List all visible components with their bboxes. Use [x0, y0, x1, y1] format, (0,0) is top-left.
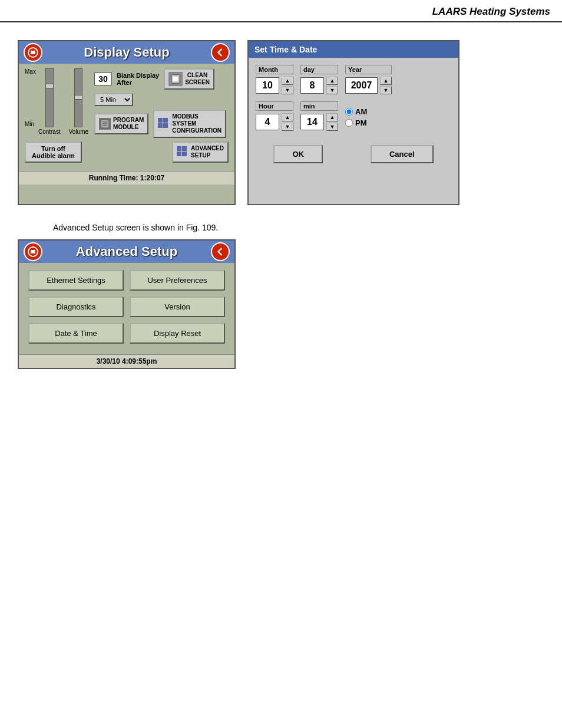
- hour-down-button[interactable]: ▼: [282, 123, 293, 131]
- month-controls: 10 ▲ ▼: [256, 77, 293, 94]
- hour-value: 4: [256, 114, 279, 130]
- turn-off-line1: Turn off: [32, 145, 75, 152]
- program-module-button[interactable]: PROGRAM MODULE: [94, 113, 148, 134]
- advanced-setup-back-button[interactable]: [211, 242, 230, 261]
- day-label: day: [300, 65, 338, 74]
- am-pm-group: AM PM: [345, 107, 367, 127]
- day-up-button[interactable]: ▲: [326, 77, 338, 85]
- description-text: Advanced Setup screen is shown in Fig. 1…: [53, 223, 544, 232]
- month-up-button[interactable]: ▲: [282, 77, 293, 85]
- svg-rect-3: [173, 77, 178, 81]
- volume-label: Volume: [69, 129, 88, 135]
- day-arrows: ▲ ▼: [326, 77, 338, 94]
- sliders-container: Max Min Contrast: [25, 68, 88, 135]
- advanced-setup-icon: [177, 146, 189, 158]
- ok-button[interactable]: OK: [273, 145, 323, 163]
- month-value: 10: [256, 77, 279, 94]
- year-value: 2007: [345, 77, 378, 94]
- user-preferences-button[interactable]: User Preferences: [130, 270, 225, 291]
- modbus-program-row: PROGRAM MODULE: [94, 110, 229, 138]
- diagnostics-button[interactable]: Diagnostics: [28, 297, 124, 317]
- running-time-footer: Running Time: 1:20:07: [19, 171, 234, 185]
- turn-off-line2: Audible alarm: [32, 152, 75, 159]
- program-module-label: PROGRAM MODULE: [113, 117, 144, 131]
- svg-rect-1: [31, 51, 35, 54]
- month-arrows: ▲ ▼: [282, 77, 293, 94]
- set-time-title: Set Time & Date: [249, 41, 458, 58]
- am-radio[interactable]: [345, 108, 353, 116]
- pm-radio[interactable]: [345, 119, 353, 127]
- display-setup-panel: Display Setup Max Min: [18, 40, 236, 205]
- blank-display-time-dropdown[interactable]: 5 Min 10 Min Never: [94, 93, 133, 106]
- advanced-setup-icon-left: [24, 242, 42, 261]
- top-row: Display Setup Max Min: [18, 40, 544, 205]
- svg-rect-9: [31, 250, 35, 253]
- ds-row2: Turn off Audible alarm ADVANCED SET: [25, 141, 229, 163]
- advanced-setup-panel: Advanced Setup Ethernet Settings User Pr…: [18, 239, 236, 369]
- version-button[interactable]: Version: [130, 297, 225, 317]
- dropdown-row: 5 Min 10 Min Never: [94, 93, 229, 106]
- contrast-label: Contrast: [38, 129, 61, 135]
- min-down-button[interactable]: ▼: [326, 123, 338, 131]
- min-arrows: ▲ ▼: [326, 113, 338, 131]
- hour-group: Hour 4 ▲ ▼: [256, 101, 293, 131]
- day-group: day 8 ▲ ▼: [300, 65, 338, 94]
- display-setup-title-bar: Display Setup: [19, 41, 234, 64]
- set-time-body: Month 10 ▲ ▼ day 8: [249, 58, 458, 138]
- month-group: Month 10 ▲ ▼: [256, 65, 293, 94]
- am-label: AM: [355, 107, 367, 116]
- day-down-button[interactable]: ▼: [326, 86, 338, 94]
- main-content: Display Setup Max Min: [0, 28, 562, 381]
- hour-up-button[interactable]: ▲: [282, 113, 293, 121]
- date-row: Month 10 ▲ ▼ day 8: [256, 65, 451, 94]
- date-time-button[interactable]: Date & Time: [28, 323, 124, 344]
- slider-labels: Max Min: [25, 68, 36, 127]
- month-down-button[interactable]: ▼: [282, 86, 293, 94]
- day-value: 8: [300, 77, 324, 94]
- advanced-setup-label: ADVANCED SETUP: [191, 145, 224, 159]
- day-controls: 8 ▲ ▼: [300, 77, 338, 94]
- modbus-icon: [158, 118, 170, 130]
- page-header: LAARS Heating Systems: [0, 0, 562, 22]
- volume-thumb[interactable]: [74, 95, 82, 100]
- pm-radio-label[interactable]: PM: [345, 118, 367, 127]
- am-radio-label[interactable]: AM: [345, 107, 367, 116]
- hour-controls: 4 ▲ ▼: [256, 113, 293, 131]
- year-down-button[interactable]: ▼: [380, 86, 392, 94]
- year-up-button[interactable]: ▲: [380, 77, 392, 85]
- cancel-button[interactable]: Cancel: [371, 145, 434, 163]
- modbus-label: MODBUS SYSTEM CONFIGURATION: [172, 113, 222, 134]
- ds-row1: Max Min Contrast: [25, 68, 229, 138]
- clean-screen-button[interactable]: CLEAN SCREEN: [164, 68, 214, 90]
- hour-arrows: ▲ ▼: [282, 113, 293, 131]
- min-value: 14: [300, 114, 324, 130]
- ds-controls: 30 Blank Display After CLEAN: [94, 68, 229, 138]
- year-arrows: ▲ ▼: [380, 77, 392, 94]
- contrast-slider-group[interactable]: Contrast: [38, 68, 61, 135]
- set-time-footer: OK Cancel: [249, 138, 458, 170]
- year-group: Year 2007 ▲ ▼: [345, 65, 392, 94]
- blank-display-row: 30 Blank Display After CLEAN: [94, 68, 229, 90]
- min-up-button[interactable]: ▲: [326, 113, 338, 121]
- blank-display-label: Blank Display After: [117, 72, 159, 86]
- contrast-slider-track[interactable]: [45, 68, 54, 127]
- advanced-setup-button[interactable]: ADVANCED SETUP: [172, 141, 229, 163]
- time-row: Hour 4 ▲ ▼ min 14: [256, 101, 451, 131]
- volume-slider-track[interactable]: [74, 68, 82, 127]
- slider-max-label: Max: [25, 68, 36, 75]
- display-setup-back-button[interactable]: [211, 43, 230, 62]
- hour-label: Hour: [256, 101, 293, 111]
- turn-off-audible-button[interactable]: Turn off Audible alarm: [25, 141, 82, 163]
- display-reset-button[interactable]: Display Reset: [130, 323, 225, 344]
- advanced-setup-body: Ethernet Settings User Preferences Diagn…: [19, 263, 234, 351]
- display-setup-body: Max Min Contrast: [19, 64, 234, 167]
- advanced-setup-title: Advanced Setup: [76, 244, 177, 259]
- contrast-thumb[interactable]: [45, 84, 54, 88]
- modbus-button[interactable]: MODBUS SYSTEM CONFIGURATION: [153, 110, 226, 138]
- month-label: Month: [256, 65, 293, 74]
- min-label: min: [300, 101, 338, 111]
- min-controls: 14 ▲ ▼: [300, 113, 338, 131]
- display-setup-icon-left: [24, 43, 42, 62]
- ethernet-settings-button[interactable]: Ethernet Settings: [28, 270, 124, 291]
- volume-slider-group[interactable]: Volume: [69, 68, 88, 135]
